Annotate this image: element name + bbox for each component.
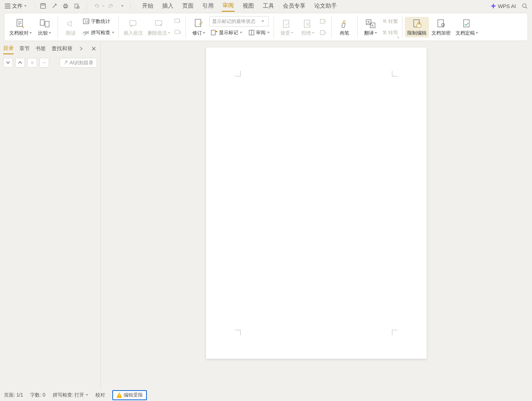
spell-check-indicator[interactable]: 拼写检查: 打开 [53,392,89,399]
workspace: 目录 章节 书签 查找和替 [0,42,532,389]
display-markup-combo[interactable]: 显示标记的最终状态 [209,16,269,27]
encrypt-button[interactable]: 文档加密 [429,17,453,37]
qat-overflow-button[interactable] [118,1,127,11]
next-comment-button[interactable] [173,27,183,38]
spell-check-label: 拼写检查 [91,29,110,36]
pen-button[interactable]: 画笔 [334,17,355,37]
file-menu-button[interactable]: 文件 [2,1,29,11]
margin-mark-icon [392,71,398,76]
print-preview-button[interactable] [72,1,82,11]
show-markup-icon [211,30,217,35]
save-button[interactable] [38,1,48,11]
undo-dropdown-icon[interactable] [102,5,105,7]
tab-view[interactable]: 视图 [242,1,255,11]
review-pane-button[interactable]: 审阅 [247,27,271,38]
doc-compare-icon [16,18,25,30]
undo-button[interactable] [92,1,101,11]
compare-button[interactable]: 比较 [34,17,55,37]
group-language: 朗读 123 字数统计 ABC 拼写检查 [58,13,118,41]
page-label: 页面: 1/1 [4,392,23,399]
chevron-down-icon [24,5,27,7]
document-page[interactable] [206,47,427,359]
tab-insert[interactable]: 插入 [161,1,174,11]
proofread-indicator[interactable]: 校对 [95,392,105,399]
chevron-down-icon [291,32,293,34]
read-aloud-label: 朗读 [66,30,76,37]
remove-level-button[interactable] [39,58,49,68]
read-aloud-button[interactable]: 朗读 [60,17,81,37]
proofread-label: 校对 [95,392,105,399]
chevron-down-icon [476,32,478,34]
prev-change-button[interactable] [318,16,329,27]
add-level-button[interactable] [27,58,37,68]
document-area[interactable] [101,42,532,389]
chevron-down-icon [262,21,264,22]
ribbon: 文档校对 比较 朗读 123 字数统计 ABC [4,13,528,41]
svg-text:123: 123 [85,20,89,23]
word-count-button[interactable]: 123 字数统计 [81,16,116,27]
tab-tools[interactable]: 工具 [262,1,275,11]
svg-rect-17 [175,30,179,34]
magic-wand-icon [63,60,68,65]
page-indicator[interactable]: 页面: 1/1 [4,392,23,399]
print-button[interactable] [61,1,70,11]
tab-thesis-assistant[interactable]: 论文助手 [313,1,338,11]
tab-page[interactable]: 页面 [181,1,194,11]
restrict-editing-button[interactable]: 限制编辑 [405,17,429,37]
svg-rect-14 [130,21,136,25]
svg-rect-0 [41,4,45,8]
wps-ai-label: WPS AI [498,3,516,9]
translate-button[interactable]: 文A 翻译 [360,17,381,37]
edit-restricted-label: 编辑受限 [124,392,143,399]
svg-rect-10 [45,21,49,27]
spell-check-button[interactable]: ABC 拼写检查 [81,27,116,38]
doc-compare-button[interactable]: 文档校对 [7,17,34,37]
tab-start[interactable]: 开始 [141,1,154,11]
hamburger-icon [5,4,10,8]
wps-ai-button[interactable]: WPS AI [491,3,516,9]
insert-comment-button[interactable]: 插入批注 [121,17,145,37]
delete-comment-button[interactable]: 删除批注 [145,17,173,37]
panel-tabs-scroll-right[interactable] [78,45,85,52]
dialog-launcher-icon[interactable]: ↘ [396,35,401,40]
panel-close-button[interactable] [91,45,97,52]
word-count-label: 字数统计 [91,18,110,25]
word-count-indicator[interactable]: 字数: 0 [30,392,45,399]
panel-tab-toc[interactable]: 目录 [3,43,14,54]
reject-button[interactable]: 拒绝 [297,17,318,37]
collapse-button[interactable] [15,58,25,68]
tab-reference[interactable]: 引用 [202,1,214,11]
tab-review[interactable]: 审阅 [222,0,235,12]
encrypt-label: 文档加密 [431,30,451,37]
chevron-down-icon [312,32,314,34]
svg-rect-19 [211,30,215,35]
prev-comment-button[interactable] [173,16,183,27]
search-button[interactable] [520,1,530,11]
panel-tab-chapters[interactable]: 章节 [19,43,30,54]
show-markup-button[interactable]: 显示标记 [209,27,244,38]
speaker-icon [66,18,75,30]
edit-restricted-indicator[interactable]: 编辑受限 [112,390,147,400]
show-markup-label: 显示标记 [219,29,238,36]
review-pane-icon [249,30,254,35]
delete-comment-label: 删除批注 [148,30,167,37]
margin-mark-icon [235,71,241,76]
redo-button[interactable] [106,1,116,11]
simp-to-trad-button[interactable]: 简 转繁 [381,16,400,27]
next-change-button[interactable] [318,27,329,38]
panel-tabs: 目录 章节 书签 查找和替 [0,42,100,56]
quick-note-button[interactable] [49,1,59,11]
doc-compare-label: 文档校对 [9,30,29,37]
finalize-button[interactable]: 文档定稿 [453,17,480,37]
panel-tab-bookmarks[interactable]: 书签 [35,43,46,54]
chevron-down-icon [240,32,242,33]
expand-button[interactable] [3,58,13,68]
tab-member[interactable]: 会员专享 [282,1,306,11]
group-translate: 文A 翻译 简 转繁 繁 转简 ↘ [358,13,402,41]
panel-tab-find-replace[interactable]: 查找和替 [52,43,72,54]
ai-recognize-toc-button[interactable]: AI识别目录 [60,58,97,68]
track-changes-button[interactable]: 修订 [188,17,209,37]
accept-button[interactable]: 接受 [276,17,297,37]
accept-label: 接受 [280,30,290,37]
group-proofing: 文档校对 比较 [4,13,58,41]
